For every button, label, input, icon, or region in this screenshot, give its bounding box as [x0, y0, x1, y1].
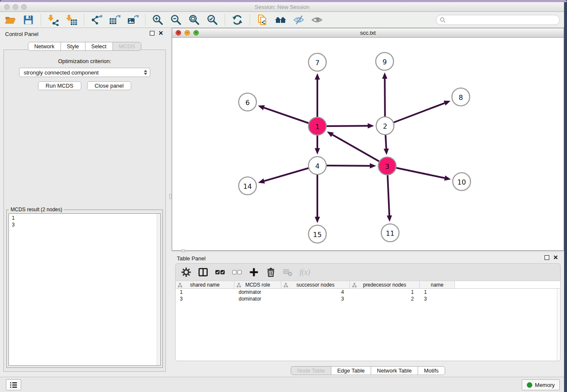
deselect-all-checkboxes-icon[interactable]: [232, 267, 242, 277]
save-session-icon[interactable]: [22, 14, 34, 26]
column-header[interactable]: MCDS role: [234, 281, 281, 288]
zoom-fit-icon[interactable]: [188, 14, 200, 26]
gear-icon[interactable]: [181, 267, 191, 277]
search-input[interactable]: [448, 17, 556, 23]
table-cell[interactable]: 1: [176, 289, 234, 295]
graph-node-label: 4: [315, 162, 319, 170]
function-builder-icon[interactable]: f(x): [300, 268, 310, 277]
table-tabs: Node Table Edge Table Network Table Moti…: [172, 366, 564, 375]
table-cell[interactable]: 4: [281, 289, 350, 295]
graph-node[interactable]: 8: [452, 88, 470, 106]
network-window-titlebar[interactable]: ✕ − + scc.txt: [172, 28, 564, 38]
graph-node[interactable]: 10: [453, 173, 471, 190]
graph-node[interactable]: 14: [239, 177, 256, 195]
graph-edge[interactable]: [333, 135, 387, 166]
network-canvas[interactable]: 7968124314101511: [172, 38, 564, 250]
clone-network-icon[interactable]: [256, 14, 268, 26]
mcds-panel: Optimization criterion: strongly connect…: [3, 50, 166, 372]
table-cell[interactable]: dominator: [234, 295, 281, 302]
graph-node-label: 1: [315, 123, 319, 131]
float-panel-icon[interactable]: [545, 255, 549, 260]
zoom-in-icon[interactable]: [152, 14, 164, 26]
memory-button[interactable]: Memory: [522, 379, 560, 390]
float-panel-icon[interactable]: [150, 31, 154, 36]
table-cell[interactable]: 3: [420, 295, 455, 302]
toolbar-separator: [84, 14, 84, 25]
search-field[interactable]: [436, 15, 560, 25]
graph-node[interactable]: 11: [381, 224, 399, 242]
close-panel-button[interactable]: Close panel: [87, 81, 132, 90]
graph-edge-arrowhead: [315, 148, 320, 155]
graph-node[interactable]: 3: [378, 157, 396, 175]
split-columns-icon[interactable]: [198, 267, 208, 277]
column-header[interactable]: predecessor nodes: [350, 281, 420, 288]
table-toolbar: f(x): [176, 264, 560, 281]
select-all-checkboxes-icon[interactable]: [215, 267, 225, 277]
table-panel-body: f(x) shared nameMCDS rolesuccessor nodes…: [175, 263, 561, 361]
graph-node[interactable]: 15: [308, 225, 326, 243]
open-session-icon[interactable]: [4, 14, 16, 26]
table-cell[interactable]: 3: [281, 295, 350, 302]
add-column-icon[interactable]: [249, 267, 259, 277]
tab-node-table[interactable]: Node Table: [291, 366, 331, 375]
graph-node[interactable]: 1: [308, 117, 326, 135]
table-cell[interactable]: 3: [176, 295, 234, 302]
column-header[interactable]: successor nodes: [281, 281, 350, 288]
show-all-icon[interactable]: [311, 14, 323, 26]
tab-edge-table[interactable]: Edge Table: [331, 366, 371, 375]
delete-column-icon[interactable]: [266, 267, 276, 277]
graph-node[interactable]: 7: [308, 53, 326, 71]
close-panel-icon[interactable]: ✕: [158, 31, 163, 36]
export-image-icon[interactable]: [127, 14, 139, 26]
zoom-selected-icon[interactable]: [206, 14, 218, 26]
tab-style[interactable]: Style: [61, 42, 85, 51]
export-table-icon[interactable]: [109, 14, 121, 26]
hide-selected-icon[interactable]: [293, 14, 305, 26]
graph-node[interactable]: 2: [376, 117, 394, 135]
criterion-dropdown[interactable]: strongly connected component: [19, 68, 150, 77]
graph-edge[interactable]: [385, 103, 445, 126]
run-mcds-button[interactable]: Run MCDS: [38, 81, 81, 90]
delete-table-icon[interactable]: [283, 267, 293, 277]
tab-motifs[interactable]: Motifs: [418, 366, 445, 375]
graph-edge-arrowhead: [370, 163, 376, 168]
graph-node-label: 14: [243, 182, 252, 190]
window-titlebar[interactable]: Session: New Session: [0, 2, 564, 12]
splitter-grip[interactable]: [169, 194, 172, 199]
graph-node-label: 11: [386, 229, 394, 237]
export-network-icon[interactable]: [91, 14, 102, 26]
mcds-result-area[interactable]: 13: [8, 213, 161, 366]
table-row[interactable]: 3dominator323: [176, 295, 560, 302]
table-cell[interactable]: dominator: [234, 289, 281, 295]
import-network-icon[interactable]: [47, 14, 59, 26]
table-scrollbar[interactable]: [557, 289, 560, 361]
tab-network-table[interactable]: Network Table: [371, 366, 418, 375]
close-panel-icon[interactable]: ✕: [553, 255, 558, 260]
table-row[interactable]: 1dominator411: [176, 289, 560, 295]
graph-edge-arrowhead: [258, 105, 265, 110]
table-cell[interactable]: 1: [420, 289, 455, 295]
tab-network[interactable]: Network: [28, 42, 61, 51]
column-header[interactable]: shared name: [176, 281, 234, 288]
memory-label: Memory: [535, 382, 555, 388]
toolbar-separator: [225, 14, 225, 25]
table-cell[interactable]: 2: [350, 295, 420, 302]
task-history-button[interactable]: [6, 379, 21, 390]
graph-node[interactable]: 6: [239, 93, 256, 111]
tab-select[interactable]: Select: [85, 42, 113, 51]
table-cell[interactable]: 1: [350, 289, 420, 295]
toolbar-separator: [41, 14, 41, 25]
refresh-icon[interactable]: [231, 14, 243, 26]
splitter-grip[interactable]: [182, 249, 185, 252]
tab-mcds[interactable]: MCDS: [113, 42, 141, 51]
search-icon: [440, 17, 446, 23]
app-window: Session: New Session: [0, 2, 564, 392]
graph-node[interactable]: 4: [308, 157, 326, 174]
import-table-icon[interactable]: [66, 14, 77, 26]
column-header[interactable]: name: [420, 281, 455, 288]
result-scrollbar[interactable]: [157, 214, 160, 365]
graph-node[interactable]: 9: [376, 52, 394, 70]
network-view-window: ✕ − + scc.txt 7968124314101511: [172, 28, 564, 251]
zoom-out-icon[interactable]: [170, 14, 182, 26]
home-icon[interactable]: [275, 14, 286, 26]
